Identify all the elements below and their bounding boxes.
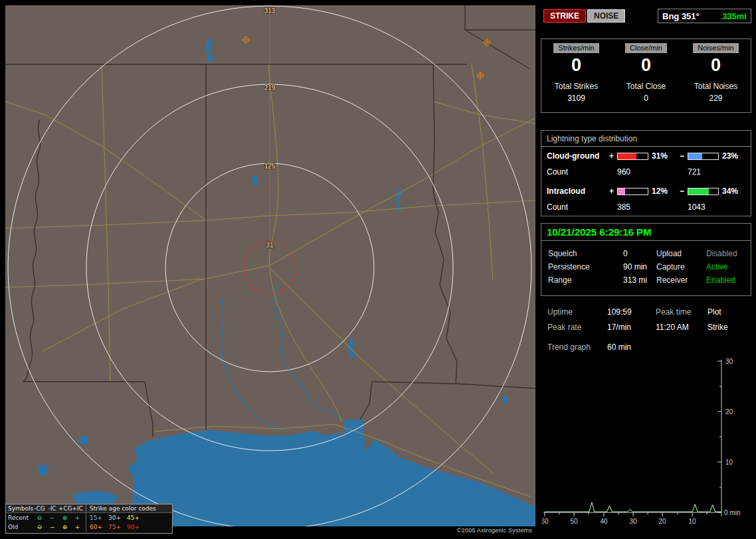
neg-cg-icon: ⊖ <box>33 522 46 532</box>
pos-ic-bar <box>617 188 648 195</box>
legend-col-neg-ic: -IC <box>46 504 58 513</box>
svg-text:10: 10 <box>725 459 733 466</box>
total-noises-value: 229 <box>681 94 751 103</box>
minus-sign: − <box>680 151 684 161</box>
status-section: 10/21/2025 6:29:16 PM Squelch 0 Upload D… <box>541 223 751 296</box>
legend-symbols-header: Symbols <box>8 504 33 513</box>
pos-cg-count: 960 <box>617 167 630 177</box>
close-per-min-value: 0 <box>611 55 681 76</box>
age-code: 60+ <box>90 522 102 532</box>
age-code: 75+ <box>108 522 121 532</box>
neg-cg-count: 721 <box>688 167 701 177</box>
legend-row-old: Old ⊖ − ⊕ + 60+ 75+ 90+ <box>6 522 172 532</box>
svg-text:30: 30 <box>629 518 637 525</box>
neg-ic-icon: − <box>46 513 58 522</box>
plus-sign: + <box>609 151 614 161</box>
pos-ic-count: 385 <box>617 202 630 212</box>
uptime-value: 109:59 <box>607 306 632 318</box>
age-code: 15+ <box>90 513 102 522</box>
pos-ic-pct: 12% <box>652 187 668 196</box>
bearing-value: Bng 351° <box>662 11 700 21</box>
peak-time-value: 11:20 AM <box>656 321 689 333</box>
capture-status: Active <box>706 261 728 273</box>
neg-cg-bar <box>688 153 719 160</box>
persistence-value: 90 min <box>623 261 647 273</box>
svg-text:20: 20 <box>725 408 733 416</box>
side-panel: STRIKE NOISE Bng 351° 335mi Strikes/min … <box>539 0 756 539</box>
strikes-per-min-label: Strikes/min <box>553 43 599 53</box>
ring-label-125: 125 <box>264 163 276 170</box>
map-view[interactable]: 313 219 125 31 <box>5 5 535 526</box>
total-strikes-value: 3109 <box>541 94 611 103</box>
noise-mode-button[interactable]: NOISE <box>587 9 625 23</box>
strike-mode-button[interactable]: STRIKE <box>543 9 586 23</box>
trend-series-strike <box>545 502 721 512</box>
pos-cg-bar <box>617 153 648 160</box>
age-code: 45+ <box>127 513 140 522</box>
cloud-ground-row: Cloud-ground + 31% − 23% <box>541 151 751 162</box>
trend-window-value: 60 min <box>607 341 631 353</box>
neg-cg-icon: ⊖ <box>33 513 46 522</box>
copyright-text: ©2005 Astrogenic Systems <box>457 527 532 534</box>
datetime-display: 10/21/2025 6:29:16 PM <box>541 224 751 241</box>
status-row: Squelch 0 Upload Disabled <box>541 248 751 260</box>
strikes-per-min-column: Strikes/min 0 Total Strikes 3109 <box>541 39 611 112</box>
ring-label-31: 31 <box>266 242 274 249</box>
plot-type-value: Strike <box>708 321 728 333</box>
ring-label-313: 313 <box>264 7 276 15</box>
trend-graph: 30 20 10 0 min 60 50 40 30 20 10 <box>542 358 753 535</box>
total-noises-label: Total Noises <box>681 82 751 91</box>
noises-per-min-value: 0 <box>681 55 751 76</box>
neg-ic-bar <box>688 188 719 195</box>
pos-cg-icon: ⊕ <box>58 522 71 532</box>
svg-text:20: 20 <box>658 518 666 525</box>
legend-age-header: Strike age color codes <box>86 504 170 513</box>
pos-ic-icon: + <box>71 522 84 532</box>
neg-ic-count: 1043 <box>688 202 706 212</box>
trend-tick-labels: 30 20 10 0 min 60 50 40 30 20 10 <box>542 358 740 525</box>
pos-cg-icon: ⊕ <box>58 513 71 522</box>
lightning-distribution-section: Lightning type distribution Cloud-ground… <box>541 130 751 216</box>
svg-text:0 min: 0 min <box>724 509 740 516</box>
trend-axes <box>543 360 721 516</box>
total-close-label: Total Close <box>611 82 681 91</box>
peak-rate-value: 17/min <box>607 321 631 333</box>
svg-text:50: 50 <box>570 518 578 525</box>
age-code: 90+ <box>127 522 140 532</box>
legend-col-neg-cg: -CG <box>33 504 46 513</box>
svg-text:60: 60 <box>542 518 549 525</box>
svg-text:30: 30 <box>725 358 733 365</box>
close-per-min-column: Close/min 0 Total Close 0 <box>611 39 681 112</box>
legend-col-pos-cg: +CG <box>58 504 71 513</box>
svg-text:10: 10 <box>688 518 696 525</box>
age-code: 30+ <box>108 513 121 522</box>
pos-ic-icon: + <box>71 513 84 522</box>
map-canvas: 313 219 125 31 <box>5 5 535 526</box>
upload-status: Disabled <box>706 248 737 260</box>
bearing-readout: Bng 351° 335mi <box>658 9 751 23</box>
strikes-per-min-value: 0 <box>541 55 611 76</box>
bearing-range-value: 335mi <box>722 11 747 21</box>
receiver-status: Enabled <box>706 274 735 286</box>
close-per-min-label: Close/min <box>625 43 667 53</box>
intracloud-row: Intracloud + 12% − 34% <box>541 187 751 197</box>
ring-label-219: 219 <box>264 84 276 92</box>
range-value: 313 mi <box>623 274 647 286</box>
plus-sign: + <box>609 187 614 196</box>
minus-sign: − <box>680 187 684 196</box>
neg-ic-icon: − <box>46 522 58 532</box>
total-close-value: 0 <box>611 94 681 103</box>
rates-section: Strikes/min 0 Total Strikes 3109 Close/m… <box>541 38 751 113</box>
stats-section: Uptime 109:59 Peak time Plot Peak rate 1… <box>541 302 751 356</box>
total-strikes-label: Total Strikes <box>541 82 611 91</box>
neg-ic-pct: 34% <box>722 187 738 196</box>
legend-row-recent: Recent ⊖ − ⊕ + 15+ 30+ 45+ <box>6 513 172 522</box>
noises-per-min-column: Noises/min 0 Total Noises 229 <box>681 39 751 112</box>
svg-text:40: 40 <box>600 518 608 525</box>
nexstorm-app: { "colors": { "map_land": "#6b6059", "wa… <box>0 0 756 539</box>
status-row: Persistence 90 min Capture Active <box>541 261 751 273</box>
squelch-value: 0 <box>623 248 628 260</box>
symbol-legend: Symbols -CG -IC +CG +IC Strike age color… <box>5 504 173 534</box>
intracloud-count-row: Count 385 1043 <box>541 202 751 213</box>
noises-per-min-label: Noises/min <box>693 43 738 53</box>
